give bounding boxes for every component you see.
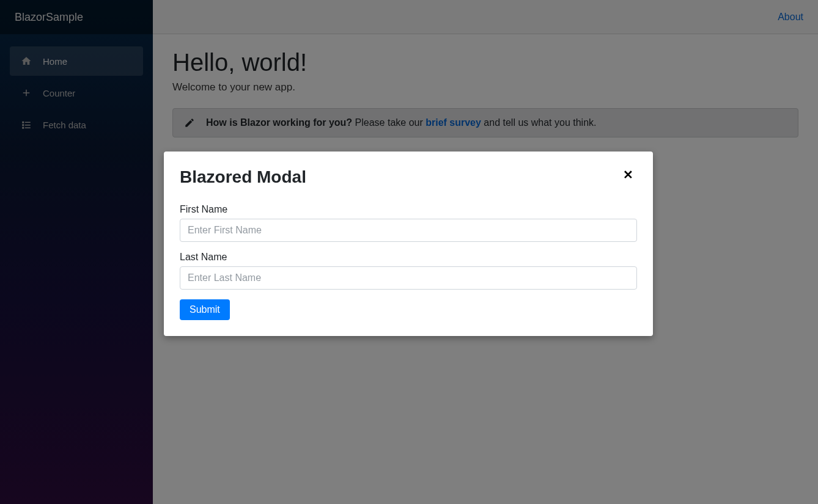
first-name-group: First Name <box>180 204 637 242</box>
modal-close-button[interactable]: ✕ <box>619 167 637 182</box>
last-name-input[interactable] <box>180 266 637 290</box>
modal-header: Blazored Modal ✕ <box>180 167 637 187</box>
last-name-label: Last Name <box>180 252 637 263</box>
submit-button[interactable]: Submit <box>180 299 230 320</box>
modal-dialog: Blazored Modal ✕ First Name Last Name Su… <box>164 152 653 336</box>
first-name-input[interactable] <box>180 219 637 242</box>
first-name-label: First Name <box>180 204 637 215</box>
last-name-group: Last Name <box>180 252 637 290</box>
modal-title: Blazored Modal <box>180 167 306 187</box>
